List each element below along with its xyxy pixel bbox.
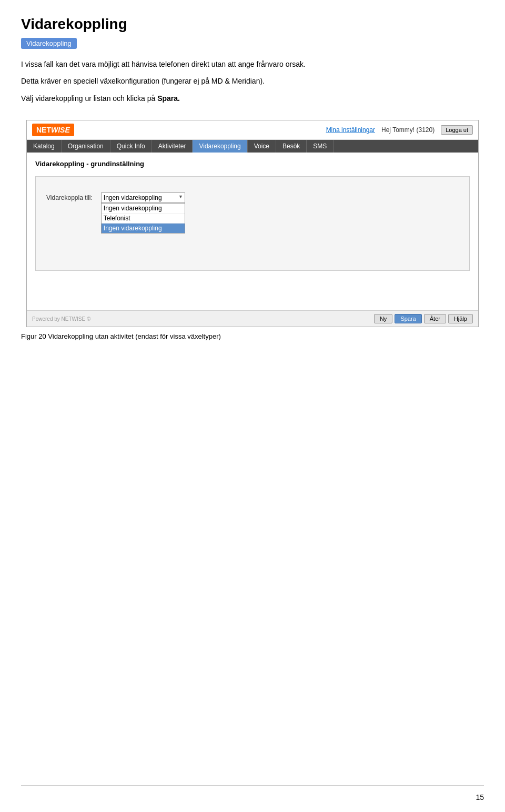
- dropdown-list: Ingen vidarekopplingTelefonistIngen vida…: [101, 203, 185, 234]
- form-area: Vidarekoppla till: Ingen vidarekopplingT…: [35, 176, 470, 271]
- nav-item-aktiviteter[interactable]: Aktiviteter: [152, 140, 193, 153]
- user-greeting: Hej Tommy! (3120): [381, 126, 435, 134]
- instruction-text: Välj vidarekoppling ur listan och klicka…: [21, 94, 157, 103]
- dropdown-list-item[interactable]: Ingen vidarekoppling: [102, 204, 185, 214]
- ny-button[interactable]: Ny: [374, 314, 392, 323]
- figure-caption: Figur 20 Vidarekoppling utan aktivitet (…: [21, 332, 484, 340]
- section-title: Vidarekoppling - grundinställning: [35, 160, 470, 168]
- vidarekoppling-select[interactable]: Ingen vidarekopplingTelefonistIngen vida…: [101, 192, 185, 203]
- dropdown-list-item[interactable]: Ingen vidarekoppling: [102, 224, 185, 233]
- nav-bar: KatalogOrganisationQuick InfoAktiviteter…: [27, 140, 478, 153]
- dropdown-container: Ingen vidarekopplingTelefonistIngen vida…: [101, 192, 185, 234]
- nav-item-quick-info[interactable]: Quick Info: [110, 140, 152, 153]
- nav-item-organisation[interactable]: Organisation: [62, 140, 110, 153]
- page-title: Vidarekoppling: [21, 16, 484, 33]
- nav-item-katalog[interactable]: Katalog: [27, 140, 62, 153]
- header-right: Mina inställningar Hej Tommy! (3120) Log…: [326, 125, 473, 135]
- form-label: Vidarekoppla till:: [46, 192, 93, 201]
- nav-item-sms[interactable]: SMS: [307, 140, 334, 153]
- my-settings-link[interactable]: Mina inställningar: [326, 126, 375, 134]
- spara-button[interactable]: Spara: [395, 314, 421, 323]
- footer-buttons: NySparaÅterHjälp: [374, 314, 473, 323]
- instruction-paragraph: Välj vidarekoppling ur listan och klicka…: [21, 93, 484, 104]
- page-number: 15: [476, 793, 484, 801]
- app-body: Vidarekoppling - grundinställning Vidare…: [27, 153, 478, 310]
- nav-item-besök[interactable]: Besök: [276, 140, 307, 153]
- dropdown-list-item[interactable]: Telefonist: [102, 214, 185, 224]
- intro-paragraph-1: I vissa fall kan det vara möjligt att hä…: [21, 58, 484, 70]
- nav-item-vidarekoppling[interactable]: Vidarekoppling: [193, 140, 247, 153]
- instruction-bold: Spara.: [157, 94, 180, 103]
- logout-button[interactable]: Logga ut: [441, 125, 473, 135]
- page-divider: [21, 785, 484, 786]
- powered-by: Powered by NETWISE ©: [32, 316, 90, 322]
- title-badge: Vidarekoppling: [21, 38, 77, 49]
- app-frame: NETWISE Mina inställningar Hej Tommy! (3…: [26, 120, 479, 327]
- form-row: Vidarekoppla till: Ingen vidarekopplingT…: [46, 192, 459, 234]
- app-header: NETWISE Mina inställningar Hej Tommy! (3…: [27, 120, 478, 140]
- åter-button[interactable]: Åter: [424, 314, 446, 323]
- hjälp-button[interactable]: Hjälp: [448, 314, 473, 323]
- nav-item-voice[interactable]: Voice: [248, 140, 276, 153]
- select-wrapper[interactable]: Ingen vidarekopplingTelefonistIngen vida…: [101, 192, 185, 203]
- netwise-logo: NETWISE: [32, 124, 74, 136]
- app-footer: Powered by NETWISE © NySparaÅterHjälp: [27, 310, 478, 327]
- intro-paragraph-2: Detta kräver en speciell växelkonfigurat…: [21, 75, 484, 87]
